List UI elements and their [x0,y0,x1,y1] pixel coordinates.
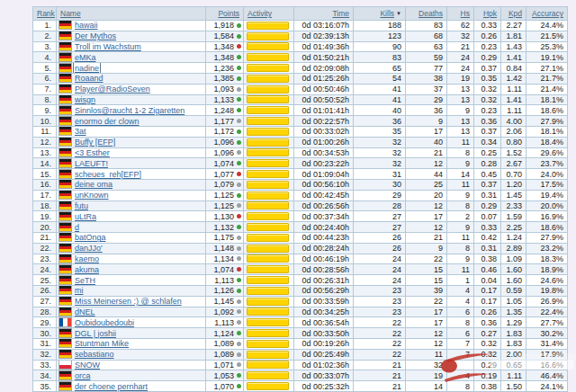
player-name-link[interactable]: Der Mythos [75,31,116,40]
points-value: 1,385 [213,74,234,83]
time-cell: 0d 03:16:07h [294,21,354,31]
player-name-link[interactable]: nadine [75,64,99,73]
kpd-cell: 1.59 [501,211,526,222]
activity-bar [247,42,289,50]
trend-icon [237,236,241,240]
name-cell: sebastiano [57,349,206,360]
player-name-link[interactable]: Miss Meinersen :) @ schlafen [75,297,182,306]
sort-kpd-link[interactable]: Kpd [508,9,522,18]
points-cell: 1,113 [206,275,244,286]
player-name-link[interactable]: deine oma [75,180,112,189]
player-name-link[interactable]: 3at [75,127,86,136]
player-name-link[interactable]: Sinnlos@raucht 1-2 Zigaretten [75,106,184,115]
points-value: 1,113 [214,276,234,285]
hpk-cell: 0.31 [474,243,501,254]
player-name-link[interactable]: futu [75,201,88,210]
table-row: 33.SNOW1,0710d 01:02:36h21320.290.6516.6… [33,360,568,370]
player-name-link[interactable]: orca [75,371,91,380]
time-cell: 0d 00:19:26h [294,338,354,349]
player-name-link[interactable]: Troll im Wachstum [75,42,141,51]
accuracy-cell: 18.1% [526,126,568,137]
sort-activity-link[interactable]: Activity [248,9,272,18]
player-name-link[interactable]: enormo der clown [75,117,140,126]
points-cell: 1,096 [206,137,244,147]
player-name-link[interactable]: Oubidoubedoubi [75,318,134,327]
hs-cell: 9 [447,158,474,169]
activity-bar [247,351,289,359]
name-cell: Der Mythos [57,31,206,41]
table-row: 29.Oubidoubedoubi1,1130d 00:36:54h221780… [33,317,568,328]
deaths-cell: 25 [406,179,447,190]
activity-cell [244,243,294,254]
player-name-link[interactable]: hawaii [75,21,98,30]
activity-cell [244,190,294,200]
accuracy-cell: 18.6% [526,222,568,233]
player-name-link[interactable]: der choene pernhart [75,382,148,391]
sort-rank-link[interactable]: Rank [37,9,55,18]
time-cell: 0d 00:50:46h [294,84,354,94]
sort-hpk-link[interactable]: Hpk [483,9,497,18]
hpk-cell: 0.17 [474,285,501,296]
kpd-cell: 2.06 [501,126,526,137]
hpk-cell: 0.26 [474,31,501,41]
player-name-link[interactable]: unKnown [75,191,109,200]
sort-hs-link[interactable]: Hs [461,9,470,18]
country-flag-icon [59,265,71,273]
player-name-link[interactable]: dNEL [75,307,95,316]
player-name-link[interactable]: LAEUFT! [75,159,108,168]
trend-icon [237,289,241,293]
player-name-link[interactable]: danJJo' [75,244,103,253]
kpd-cell: 0.70 [501,169,526,180]
name-cell: d [57,222,206,233]
kills-cell: 24 [354,275,406,286]
sort-points-link[interactable]: Points [218,9,239,18]
hpk-cell: 0.29 [474,52,501,63]
sort-deaths-link[interactable]: Deaths [418,9,443,18]
points-value-wrap: 1,053 [210,371,241,380]
time-cell: 0d 00:24:40h [294,222,354,233]
accuracy-cell: 18.4% [526,137,568,147]
deaths-cell: 17 [406,307,447,317]
kills-cell: 22 [354,349,406,360]
points-value-wrap: 1,092 [210,307,241,316]
player-name-link[interactable]: SNOW [75,361,100,370]
hpk-cell: 0.38 [474,254,501,264]
points-value-wrap: 1,348 [210,42,241,51]
player-name-link[interactable]: akuma [75,265,99,274]
country-flag-icon [59,318,71,326]
player-name-link[interactable]: eMKa [75,53,96,62]
player-name-link[interactable]: uLtRa [75,212,96,221]
player-name-link[interactable]: Roaand [75,74,104,83]
sort-kills-link[interactable]: Kills [380,9,394,18]
hpk-cell: 0.25 [474,147,501,158]
points-value-wrap: 1,077 [210,170,241,179]
player-name-link[interactable]: d [75,223,79,232]
activity-bar [247,382,289,390]
player-name-link[interactable]: wisgn [75,95,95,104]
table-row: 16.deine oma1,0790d 00:56:10h3025110.371… [33,179,568,190]
kpd-cell: 1.09 [501,254,526,264]
player-name-link[interactable]: Stuntman Mike [75,339,129,348]
points-cell: 1,145 [206,296,244,307]
player-name-link[interactable]: Buffy [EFP] [75,138,115,147]
name-cell: Troll im Wachstum [57,41,206,52]
points-cell: 1,096 [206,147,244,158]
sort-name-link[interactable]: Name [60,9,81,18]
player-name-link[interactable]: kaemo [75,254,99,263]
player-name-link[interactable]: DGL | joshii [75,329,116,338]
player-name-link[interactable]: scheues_reh[EFP] [75,170,141,179]
kpd-cell: 2.89 [501,243,526,254]
points-value-wrap: 1,125 [210,201,241,210]
player-name-link[interactable]: Player@RadioSeven [75,85,150,94]
player-name-link[interactable]: sebastiano [75,350,114,359]
hs-cell: 13 [447,84,474,94]
activity-cell [244,360,294,370]
player-name-link[interactable]: SeTH [75,276,95,285]
player-name-link[interactable]: <3 Esther [75,148,110,157]
player-name-link[interactable]: mi [75,286,84,295]
hpk-cell: 0.33 [474,21,501,31]
player-name-link[interactable]: batOnga [75,233,106,242]
sort-accuracy-link[interactable]: Accuracy [532,9,563,18]
sort-time-link[interactable]: Time [332,9,349,18]
points-value: 1,074 [213,159,234,168]
